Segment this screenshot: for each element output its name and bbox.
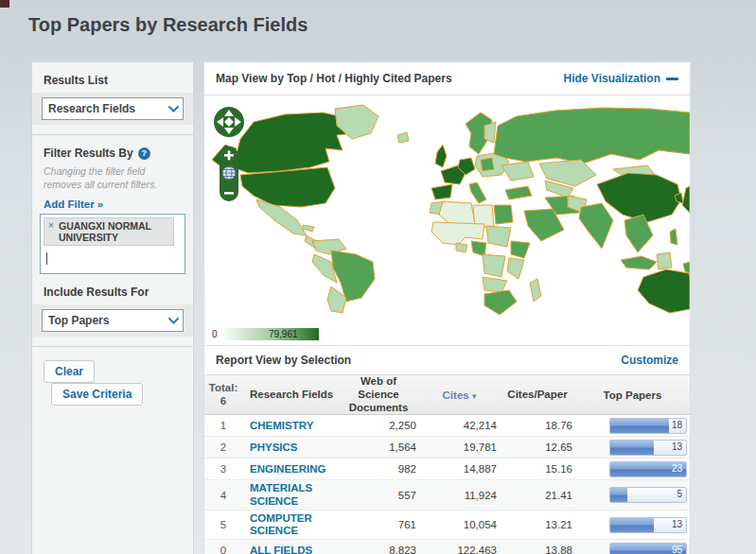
top-papers-value: 23 (672, 463, 682, 474)
world-map (204, 95, 690, 322)
country-italy[interactable] (469, 182, 486, 203)
map-controls (212, 105, 246, 213)
row-rank: 1 (204, 420, 242, 431)
region-east-africa[interactable] (507, 258, 524, 279)
add-filter-link[interactable]: Add Filter » (32, 191, 193, 214)
country-ukraine[interactable] (501, 162, 534, 181)
text-caret (46, 252, 47, 265)
include-results-value: Top Papers (43, 314, 109, 327)
hide-visualization-link[interactable]: Hide Visualization (564, 72, 678, 85)
table-row: 3ENGINEERING98214,88715.1623 (204, 459, 690, 480)
zoom-out-icon[interactable] (224, 192, 234, 195)
top-papers-bar-fill (610, 488, 627, 502)
sort-descending-icon: ▾ (472, 391, 477, 401)
row-rank: 0 (204, 545, 242, 554)
country-indonesia[interactable] (621, 256, 657, 269)
save-criteria-button[interactable]: Save Criteria (51, 383, 143, 406)
country-philippines[interactable] (670, 229, 677, 245)
country-india[interactable] (579, 203, 613, 249)
country-madagascar[interactable] (530, 279, 541, 302)
include-results-select[interactable]: Top Papers (42, 309, 184, 332)
field-link[interactable]: ALL FIELDS (242, 545, 341, 554)
top-papers-bar: 18 (609, 418, 687, 434)
country-poland[interactable] (481, 158, 494, 171)
country-australia[interactable] (638, 269, 690, 313)
country-usa[interactable] (240, 167, 335, 207)
row-rank: 3 (204, 463, 242, 475)
country-ethiopia[interactable] (511, 241, 530, 258)
legend-min-value: 0 (212, 329, 218, 339)
country-sudan-chad[interactable] (486, 226, 511, 247)
country-nigeria[interactable] (471, 241, 486, 256)
cites-per-paper-value: 18.76 (502, 420, 578, 431)
field-link[interactable]: PHYSICS (242, 441, 341, 454)
legend-gradient-bar: 79,961 (220, 328, 319, 340)
top-papers-bar: 23 (609, 461, 687, 477)
country-finland[interactable] (484, 122, 496, 143)
hide-visualization-label: Hide Visualization (564, 72, 660, 85)
country-canada[interactable] (233, 113, 354, 173)
top-papers-value: 18 (672, 420, 682, 430)
region-caribbean[interactable] (303, 225, 314, 232)
cites-value: 122,463 (422, 545, 502, 554)
cites-per-paper-header[interactable]: Cites/Paper (502, 389, 578, 402)
cites-sort-header[interactable]: Cites ▾ (422, 390, 502, 401)
include-results-band: Top Papers (32, 304, 193, 337)
country-egypt[interactable] (494, 205, 513, 224)
field-link[interactable]: CHEMISTRY (242, 420, 341, 432)
chevron-down-icon (164, 106, 183, 113)
filter-tag-label: GUANGXI NORMAL UNIVERSITY (59, 220, 151, 243)
help-icon[interactable]: ? (138, 147, 150, 160)
top-papers-value: 13 (672, 441, 682, 452)
table-row: 0ALL FIELDS8,823122,46313.8895 (204, 540, 690, 554)
customize-link[interactable]: Customize (621, 354, 678, 367)
region-southern-africa[interactable] (483, 277, 507, 292)
island-borneo[interactable] (657, 252, 672, 269)
legend-max-value: 79,961 (269, 329, 298, 339)
island-new-guinea[interactable] (683, 262, 690, 273)
table-row: 4MATERIALS SCIENCE55711,92421.415 (204, 480, 690, 510)
top-papers-cell: 18 (578, 418, 690, 434)
top-papers-bar-fill (610, 441, 654, 455)
top-papers-bar: 13 (609, 517, 687, 533)
cites-per-paper-value: 15.16 (502, 463, 578, 475)
row-rank: 4 (204, 490, 242, 501)
clear-button[interactable]: Clear (44, 360, 95, 383)
wos-documents-value: 761 (341, 519, 422, 530)
region-gulf-of-guinea[interactable] (456, 243, 467, 252)
cites-per-paper-value: 21.41 (502, 490, 578, 501)
filter-input-box[interactable]: × GUANGXI NORMAL UNIVERSITY (40, 214, 185, 274)
filter-note: Changing the filter field removes all cu… (32, 160, 193, 191)
table-row: 1CHEMISTRY2,25042,21418.7618 (204, 415, 690, 437)
research-fields-header[interactable]: Research Fields (242, 389, 341, 401)
cites-value: 19,781 (422, 441, 502, 453)
wos-documents-value: 982 (341, 463, 422, 475)
page-title: Top Papers by Research Fields (28, 14, 308, 36)
results-list-select[interactable]: Research Fields (42, 97, 184, 120)
field-link[interactable]: COMPUTER SCIENCE (242, 512, 341, 537)
country-spain[interactable] (431, 184, 452, 199)
top-papers-value: 13 (672, 519, 682, 529)
country-south-africa[interactable] (484, 290, 517, 315)
cites-value: 10,054 (422, 519, 502, 530)
country-japan[interactable] (682, 186, 690, 213)
top-papers-header[interactable]: Top Papers (578, 390, 690, 401)
wos-documents-value: 557 (341, 490, 422, 501)
country-russia[interactable] (494, 108, 690, 164)
globe-icon[interactable] (222, 166, 236, 180)
country-united-kingdom[interactable] (435, 145, 447, 167)
field-link[interactable]: MATERIALS SCIENCE (242, 482, 341, 507)
cites-value: 42,214 (422, 420, 502, 431)
cites-per-paper-value: 12.65 (502, 441, 578, 453)
remove-tag-icon[interactable]: × (48, 220, 54, 232)
top-papers-bar: 5 (609, 487, 687, 503)
cites-per-paper-value: 13.21 (502, 519, 578, 530)
table-row: 5COMPUTER SCIENCE76110,05413.2113 (204, 511, 690, 540)
top-papers-bar: 13 (609, 440, 687, 456)
country-iceland[interactable] (397, 132, 409, 143)
field-link[interactable]: ENGINEERING (242, 463, 341, 476)
wos-documents-header[interactable]: Web of Science Documents (341, 375, 422, 414)
country-turkey[interactable] (505, 186, 532, 199)
top-papers-cell: 23 (578, 461, 690, 477)
country-dr-congo[interactable] (483, 254, 505, 277)
